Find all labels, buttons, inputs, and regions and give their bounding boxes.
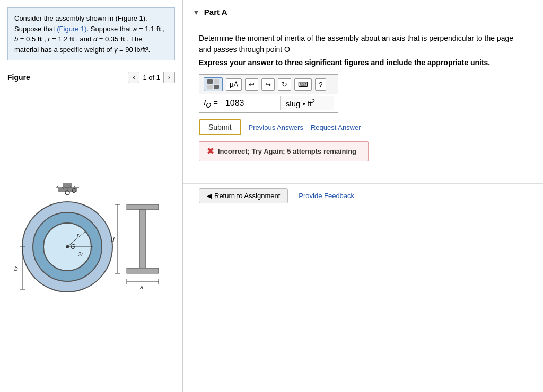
error-icon: ✖ [207, 146, 214, 156]
matrix-icon [207, 79, 219, 89]
grid-cell-3 [207, 85, 213, 89]
units-display: slug • ft2 [281, 96, 334, 110]
return-label: Return to Assignment [214, 192, 280, 200]
svg-rect-24 [139, 210, 146, 268]
figure-next-button[interactable]: › [163, 72, 175, 83]
figure-header: Figure ‹ 1 of 1 › [7, 67, 175, 83]
return-arrow-icon: ◀ [207, 192, 212, 200]
figure-svg: O G r 2r b [7, 178, 175, 295]
part-header: ▼ Part A [183, 0, 543, 24]
units-exponent: 2 [312, 99, 315, 104]
input-row: IO = slug • ft2 [199, 94, 338, 112]
undo-icon: ↩ [249, 81, 255, 88]
svg-text:2r: 2r [77, 251, 84, 257]
mu-label: μÅ [230, 81, 238, 88]
figure-container: O G r 2r b [7, 87, 175, 385]
svg-text:a: a [140, 283, 144, 291]
error-box: ✖ Incorrect; Try Again; 5 attempts remai… [199, 141, 369, 161]
problem-text-box: Consider the assembly shown in (Figure 1… [7, 7, 175, 60]
redo-button[interactable]: ↪ [261, 78, 275, 91]
keyboard-icon: ⌨ [298, 81, 308, 88]
figure-page: 1 of 1 [143, 74, 160, 82]
figure-nav: ‹ 1 of 1 › [128, 72, 175, 83]
help-label: ? [319, 81, 322, 88]
undo-button[interactable]: ↩ [245, 78, 258, 91]
part-label: Part A [204, 7, 227, 16]
previous-answers-link[interactable]: Previous Answers [249, 123, 303, 131]
request-answer-link[interactable]: Request Answer [311, 123, 361, 131]
answer-box: μÅ ↩ ↪ ↻ ⌨ ? [199, 74, 338, 113]
provide-feedback-link[interactable]: Provide Feedback [299, 192, 354, 200]
collapse-arrow[interactable]: ▼ [192, 8, 200, 16]
express-text: Express your answer to three significant… [199, 58, 527, 67]
left-panel: Consider the assembly shown in (Figure 1… [0, 0, 183, 392]
return-button[interactable]: ◀ Return to Assignment [199, 188, 288, 203]
grid-cell-1 [207, 79, 213, 84]
part-section: ▼ Part A Determine the moment of inertia… [183, 0, 543, 184]
grid-cell-2 [214, 79, 219, 84]
figure-title: Figure [7, 73, 30, 82]
action-row: Submit Previous Answers Request Answer [199, 119, 527, 135]
answer-input[interactable] [222, 96, 281, 110]
refresh-button[interactable]: ↻ [278, 78, 291, 91]
mu-button[interactable]: μÅ [226, 78, 242, 91]
error-text: Incorrect; Try Again; 5 attempts remaini… [218, 147, 356, 155]
toolbar: μÅ ↩ ↪ ↻ ⌨ ? [199, 75, 338, 94]
part-content: Determine the moment of inertia of the a… [183, 24, 543, 183]
svg-rect-25 [127, 268, 159, 273]
submit-button[interactable]: Submit [199, 119, 241, 135]
bottom-actions: ◀ Return to Assignment Provide Feedback [183, 184, 543, 208]
io-label: IO = [204, 98, 218, 109]
svg-rect-23 [127, 204, 159, 210]
figure-link[interactable]: (Figure 1) [57, 25, 86, 33]
refresh-icon: ↻ [282, 81, 287, 88]
help-button[interactable]: ? [315, 78, 326, 91]
redo-icon: ↪ [265, 81, 271, 88]
svg-text:b: b [14, 265, 18, 272]
svg-text:O: O [72, 187, 76, 194]
question-body: Determine the moment of inertia of the a… [199, 34, 513, 54]
svg-text:d: d [111, 236, 115, 243]
keyboard-button[interactable]: ⌨ [294, 78, 312, 91]
matrix-button[interactable] [204, 77, 223, 91]
figure-prev-button[interactable]: ‹ [128, 72, 139, 83]
right-panel: ▼ Part A Determine the moment of inertia… [183, 0, 543, 392]
question-text: Determine the moment of inertia of the a… [199, 33, 527, 55]
grid-cell-4 [214, 85, 219, 89]
